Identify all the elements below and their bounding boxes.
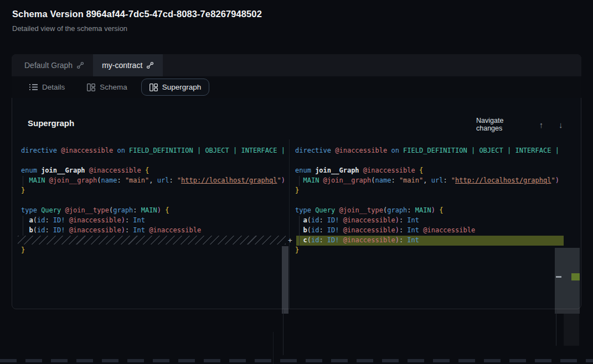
hatch-placeholder-line [18, 235, 286, 245]
tab-schema[interactable]: Schema [79, 79, 136, 96]
code-line [21, 155, 286, 165]
bottom-skeleton-dashes [0, 359, 593, 362]
code-line: enum join__Graph @inaccessible { [21, 165, 286, 175]
page-subtitle: Detailed view of the schema version [12, 24, 127, 33]
diff-pane-divider [289, 139, 290, 309]
code-line: a(id: ID! @inaccessible): Int [295, 215, 564, 225]
tab-supergraph-label: Supergraph [162, 83, 202, 91]
code-line: b(id: ID! @inaccessible): Int @inaccessi… [21, 225, 286, 235]
overview-ruler-line [556, 309, 556, 346]
diff-pane-modified[interactable]: directive @inaccessible on FIELD_DEFINIT… [290, 145, 564, 256]
code-line: } [21, 185, 286, 195]
tab-supergraph[interactable]: Supergraph [141, 79, 210, 96]
code-line: directive @inaccessible on FIELD_DEFINIT… [21, 145, 286, 155]
navigate-changes: Navigate changes ↑ ↓ [476, 117, 565, 132]
tab-details[interactable]: Details [21, 79, 73, 96]
pane-sash-line [283, 309, 283, 355]
overview-ruler-added-mark [571, 273, 580, 280]
diff-pane-original[interactable]: directive @inaccessible on FIELD_DEFINIT… [17, 145, 286, 256]
tab-schema-label: Schema [100, 83, 127, 91]
page-title: Schema Version 8964af44-7dc5-47cd-8083-7… [12, 9, 262, 19]
code-line [295, 195, 564, 205]
view-tab-bar: Details Schema Supergraph [12, 76, 581, 98]
tab-my-contract[interactable]: my-contract [93, 54, 163, 76]
variant-icon [146, 61, 154, 69]
columns-icon [87, 84, 95, 91]
code-line: type Query @join__type(graph: MAIN) { [21, 205, 286, 215]
navigate-up-button[interactable]: ↑ [537, 120, 545, 129]
arrow-up-icon: ↑ [539, 120, 544, 129]
navigate-down-button[interactable]: ↓ [557, 120, 565, 129]
code-line [295, 155, 564, 165]
minimap-overflow [564, 314, 579, 346]
indent-guide [23, 216, 23, 236]
list-icon [29, 84, 38, 91]
minimap-slider[interactable] [555, 248, 580, 314]
navigate-changes-label: Navigate changes [476, 117, 525, 132]
indent-guide [299, 216, 300, 246]
tab-default-graph[interactable]: Default Graph [16, 54, 93, 76]
schema-version-page: Schema Version 8964af44-7dc5-47cd-8083-7… [0, 0, 593, 364]
code-line [21, 195, 286, 205]
added-code-line: c(id: ID! @inaccessible): Int [295, 235, 564, 245]
tab-default-graph-label: Default Graph [24, 61, 73, 70]
minimap-line-mark [556, 276, 561, 278]
code-line: directive @inaccessible on FIELD_DEFINIT… [295, 145, 564, 155]
code-line: enum join__Graph @inaccessible { [295, 165, 564, 175]
graph-tab-bar: Default Graph my-contract [12, 54, 581, 76]
code-line: } [295, 245, 564, 255]
left-pane-scrollbar[interactable] [282, 246, 288, 314]
variant-icon [76, 61, 84, 69]
code-line: MAIN @join__graph(name: "main", url: "ht… [295, 175, 564, 185]
tab-my-contract-label: my-contract [102, 61, 142, 70]
arrow-down-icon: ↓ [559, 120, 563, 129]
indent-guide [23, 176, 23, 186]
tab-details-label: Details [42, 83, 65, 91]
indent-guide [299, 176, 300, 186]
code-line: } [295, 185, 564, 195]
code-line: type Query @join__type(graph: MAIN) { [295, 205, 564, 215]
diff-plus-marker: + [288, 236, 292, 245]
code-line: b(id: ID! @inaccessible): Int @inaccessi… [295, 225, 564, 235]
code-line: a(id: ID! @inaccessible): Int [21, 215, 286, 225]
columns-icon [149, 84, 158, 91]
code-line: MAIN @join__graph(name: "main", url: "ht… [21, 175, 286, 185]
code-line: } [21, 245, 286, 255]
panel-title: Supergraph [28, 118, 74, 128]
